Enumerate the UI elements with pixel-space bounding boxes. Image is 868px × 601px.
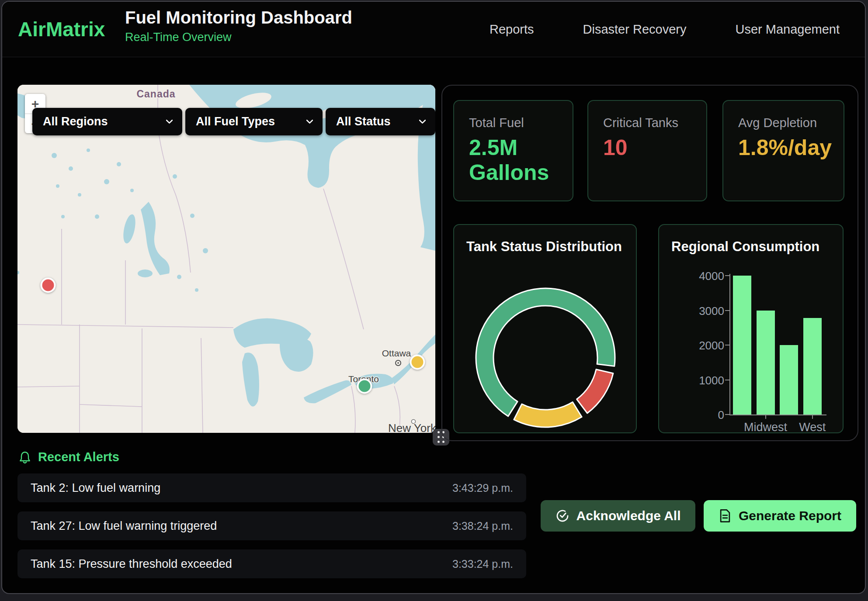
y-tick-label: 2000 — [698, 339, 724, 352]
alerts-header: Recent Alerts — [19, 450, 119, 464]
y-tick-label: 3000 — [698, 304, 724, 318]
stat-card-critical-tanks: Critical Tanks10 — [587, 100, 707, 201]
check-circle-icon — [556, 509, 569, 523]
tank-status-donut-chart — [473, 286, 618, 430]
map-label-new-york: New York — [388, 421, 435, 433]
alert-text: Tank 2: Low fuel warning — [31, 481, 160, 495]
y-tick-label: 0 — [698, 408, 724, 422]
app-window: AirMatrix Fuel Monitoring Dashboard Real… — [1, 1, 866, 594]
map-label-ottawa: Ottawa — [382, 348, 411, 359]
filter-select-all-fuel-types[interactable]: All Fuel Types — [185, 108, 323, 135]
y-axis — [729, 274, 730, 415]
alert-row[interactable]: Tank 27: Low fuel warning triggered3:38:… — [17, 511, 526, 540]
stat-label: Total Fuel — [469, 116, 573, 130]
tank-status-title: Tank Status Distribution — [466, 239, 622, 255]
stat-value: 10 — [603, 135, 696, 160]
y-tick-mark — [725, 275, 729, 276]
alert-row[interactable]: Tank 15: Pressure threshold exceeded3:33… — [17, 549, 526, 578]
tank-status-card: Tank Status Distribution — [453, 224, 637, 433]
y-tick-label: 1000 — [698, 374, 724, 387]
x-tick-label-midwest: Midwest — [744, 421, 787, 434]
chevron-down-icon — [306, 120, 313, 124]
brand-logo: AirMatrix — [18, 17, 105, 41]
x-tick-mark — [812, 415, 813, 419]
y-tick-mark — [725, 414, 729, 415]
filter-select-all-regions[interactable]: All Regions — [32, 108, 182, 135]
nav-item-disaster-recovery[interactable]: Disaster Recovery — [583, 22, 687, 37]
tank-marker-warning[interactable] — [410, 355, 425, 370]
bar-region-2 — [780, 345, 798, 414]
filter-select-all-status[interactable]: All Status — [326, 108, 435, 135]
alert-timestamp: 3:33:24 p.m. — [452, 558, 513, 570]
map-filter-bar: All RegionsAll Fuel TypesAll Status — [32, 108, 435, 135]
overview-panel: Total Fuel2.5M GallonsCritical Tanks10Av… — [441, 85, 858, 441]
stat-card-avg-depletion: Avg Depletion1.8%/day — [722, 100, 844, 201]
acknowledge-all-button[interactable]: Acknowledge All — [541, 500, 695, 532]
stat-label: Critical Tanks — [603, 116, 706, 130]
tank-marker-critical[interactable] — [41, 278, 56, 293]
x-tick-label-west: West — [799, 421, 826, 434]
filter-label: All Fuel Types — [196, 115, 275, 128]
stat-card-total-fuel: Total Fuel2.5M Gallons — [453, 100, 573, 201]
bar-region-1 — [757, 311, 775, 415]
acknowledge-all-label: Acknowledge All — [576, 508, 681, 523]
map: CanadaOttawaTorontoNew York + − All Regi… — [17, 85, 435, 433]
main-nav: ReportsDisaster RecoveryUser Management — [490, 2, 840, 57]
donut-segment-critical-red — [577, 370, 613, 413]
tank-marker-normal[interactable] — [357, 379, 372, 394]
title-block: Fuel Monitoring Dashboard Real-Time Over… — [125, 8, 352, 44]
filter-label: All Regions — [43, 115, 108, 128]
regional-consumption-bar-chart: 01000200030004000MidwestWest — [659, 225, 844, 434]
alert-text: Tank 15: Pressure threshold exceeded — [31, 557, 232, 571]
alert-timestamp: 3:38:24 p.m. — [452, 520, 513, 532]
alert-text: Tank 27: Low fuel warning triggered — [31, 519, 217, 533]
filter-label: All Status — [336, 115, 391, 128]
generate-report-label: Generate Report — [739, 508, 841, 523]
y-tick-mark — [725, 310, 729, 311]
y-tick-label: 4000 — [698, 269, 724, 283]
chevron-down-icon — [166, 120, 173, 124]
stat-value: 2.5M Gallons — [469, 135, 562, 185]
y-tick-mark — [725, 345, 729, 345]
stat-label: Avg Depletion — [738, 116, 844, 130]
alert-timestamp: 3:43:29 p.m. — [452, 482, 513, 494]
y-tick-mark — [725, 380, 729, 380]
bar-region-0 — [733, 276, 751, 414]
header: AirMatrix Fuel Monitoring Dashboard Real… — [2, 2, 865, 57]
chevron-down-icon — [419, 120, 426, 124]
page-subtitle: Real-Time Overview — [125, 31, 352, 44]
nav-item-user-management[interactable]: User Management — [735, 22, 840, 37]
alerts-title: Recent Alerts — [38, 450, 119, 464]
alert-row[interactable]: Tank 2: Low fuel warning3:43:29 p.m. — [17, 473, 526, 502]
generate-report-button[interactable]: Generate Report — [704, 500, 856, 532]
bar-region-3 — [803, 318, 822, 414]
bell-icon — [19, 451, 31, 464]
regional-consumption-card: Regional Consumption 01000200030004000Mi… — [658, 224, 844, 433]
x-tick-mark — [765, 415, 766, 419]
page-title: Fuel Monitoring Dashboard — [125, 8, 352, 27]
map-label-canada: Canada — [136, 88, 175, 100]
document-icon — [719, 509, 732, 523]
screen: AirMatrix Fuel Monitoring Dashboard Real… — [0, 0, 868, 601]
donut-segment-warning-yellow — [514, 402, 582, 427]
stat-value: 1.8%/day — [738, 135, 831, 160]
nav-item-reports[interactable]: Reports — [490, 22, 534, 37]
